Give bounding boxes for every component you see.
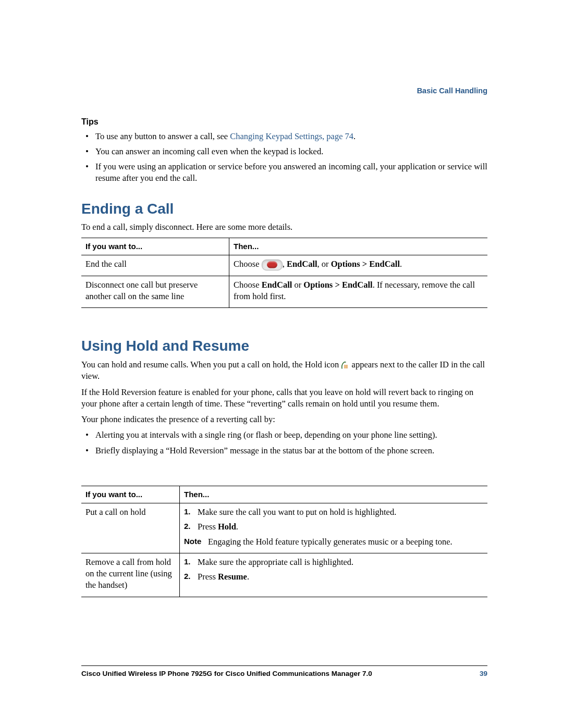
text: To use any button to answer a call, see	[95, 131, 230, 141]
running-header: Basic Call Handling	[417, 86, 487, 96]
section-heading-ending-a-call: Ending a Call	[81, 199, 487, 219]
table-cell: End the call	[81, 255, 229, 276]
list-item: You can answer an incoming call even whe…	[81, 146, 487, 157]
table-cell: Remove a call from hold on the current l…	[81, 553, 180, 597]
text: .	[236, 522, 238, 532]
step-text: Make sure the call you want to put on ho…	[198, 507, 396, 517]
text: Choose	[234, 259, 262, 269]
step: 2.Press Hold.	[184, 521, 483, 533]
table-header-row: If you want to... Then...	[81, 238, 487, 255]
svg-rect-1	[347, 365, 348, 368]
softkey-name: EndCall	[287, 259, 317, 269]
column-header: Then...	[180, 486, 488, 503]
paragraph: To end a call, simply disconnect. Here a…	[81, 221, 487, 233]
end-call-button-icon	[262, 260, 283, 270]
svg-rect-0	[345, 365, 346, 368]
softkey-name: Resume	[218, 572, 247, 582]
list-item: To use any button to answer a call, see …	[81, 131, 487, 142]
step-number: 1.	[184, 507, 191, 517]
text: .	[400, 259, 402, 269]
note-body: Engaging the Hold feature typically gene…	[208, 536, 483, 548]
table-header-row: If you want to... Then...	[81, 486, 487, 503]
step-number: 1.	[184, 557, 191, 567]
step-text: Make sure the appropriate call is highli…	[198, 557, 353, 567]
text: You can hold and resume calls. When you …	[81, 360, 341, 369]
column-header: If you want to...	[81, 486, 180, 503]
softkey-name: Hold	[218, 522, 236, 532]
table-cell: Disconnect one call but preserve another…	[81, 276, 229, 308]
step: 1.Make sure the appropriate call is high…	[184, 557, 483, 568]
text: Choose	[234, 280, 262, 290]
paragraph: You can hold and resume calls. When you …	[81, 359, 487, 382]
footer-title: Cisco Unified Wireless IP Phone 7925G fo…	[81, 669, 372, 678]
page-footer: Cisco Unified Wireless IP Phone 7925G fo…	[81, 665, 487, 678]
text: Press	[198, 522, 218, 532]
table-row: End the call Choose , EndCall, or Option…	[81, 255, 487, 276]
step: 1.Make sure the call you want to put on …	[184, 507, 483, 518]
note: Note Engaging the Hold feature typically…	[184, 536, 483, 548]
tips-heading: Tips	[81, 116, 487, 128]
table-row: Remove a call from hold on the current l…	[81, 553, 487, 597]
text: Press	[198, 572, 218, 582]
list-item: Alerting you at intervals with a single …	[81, 429, 487, 441]
menu-path: Options > EndCall	[303, 280, 372, 290]
step: 2.Press Resume.	[184, 571, 483, 583]
list-item: Briefly displaying a “Hold Reversion” me…	[81, 445, 487, 456]
footer-page-number: 39	[480, 669, 487, 678]
table-cell: Put a call on hold	[81, 503, 180, 553]
text: or	[292, 280, 303, 290]
text: ,	[283, 259, 287, 269]
step-number: 2.	[184, 521, 191, 532]
document-page: Basic Call Handling Tips To use any butt…	[0, 0, 563, 728]
text: .	[247, 572, 249, 582]
table-cell: 1.Make sure the call you want to put on …	[180, 503, 488, 553]
section-heading-using-hold-and-resume: Using Hold and Resume	[81, 336, 487, 356]
note-label: Note	[184, 536, 208, 548]
paragraph: Your phone indicates the presence of a r…	[81, 414, 487, 425]
text: , or	[317, 259, 331, 269]
step-number: 2.	[184, 571, 191, 582]
step-list: 1.Make sure the appropriate call is high…	[184, 557, 483, 583]
table-row: Disconnect one call but preserve another…	[81, 276, 487, 308]
table-row: Put a call on hold 1.Make sure the call …	[81, 503, 487, 553]
softkey-name: EndCall	[262, 280, 292, 290]
step-list: 1.Make sure the call you want to put on …	[184, 507, 483, 533]
cross-reference-link[interactable]: Changing Keypad Settings, page 74	[230, 131, 353, 141]
hold-icon	[341, 361, 349, 369]
reverting-call-list: Alerting you at intervals with a single …	[81, 429, 487, 456]
table-cell: Choose , EndCall, or Options > EndCall.	[229, 255, 488, 276]
table-cell: Choose EndCall or Options > EndCall. If …	[229, 276, 488, 308]
tips-list: To use any button to answer a call, see …	[81, 131, 487, 184]
ending-call-table: If you want to... Then... End the call C…	[81, 238, 487, 309]
column-header: If you want to...	[81, 238, 229, 255]
column-header: Then...	[229, 238, 488, 255]
menu-path: Options > EndCall	[331, 259, 400, 269]
text: .	[353, 131, 356, 141]
paragraph: If the Hold Reversion feature is enabled…	[81, 387, 487, 410]
table-cell: 1.Make sure the appropriate call is high…	[180, 553, 488, 597]
hold-resume-table: If you want to... Then... Put a call on …	[81, 486, 487, 597]
list-item: If you were using an application or serv…	[81, 161, 487, 184]
